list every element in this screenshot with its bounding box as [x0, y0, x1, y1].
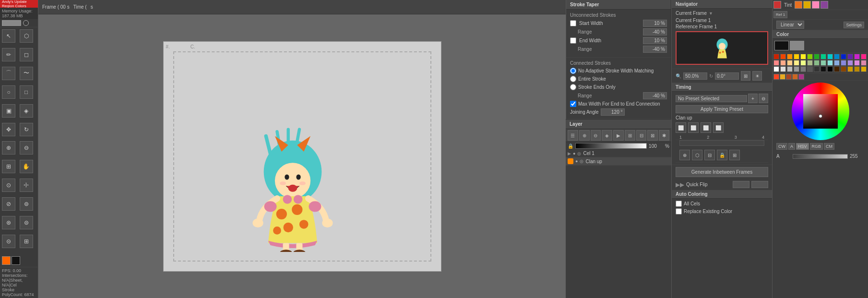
palette-cell-7[interactable] [820, 54, 826, 60]
tool-eraser[interactable]: ◻ [20, 48, 33, 61]
palette-cell-24[interactable] [841, 60, 846, 66]
extra-swatch-1[interactable] [773, 74, 779, 80]
palette-cell-14[interactable] [773, 60, 779, 66]
palette-cell-13[interactable] [861, 54, 867, 60]
quick-flip-fps[interactable]: 12 fps [751, 181, 768, 188]
layer-icon-btn-3[interactable]: ⊟ [704, 150, 715, 160]
fg-color-swatch[interactable] [2, 256, 11, 265]
end-width-value[interactable]: 10 % [643, 37, 667, 44]
range3-value[interactable]: -40 % [643, 92, 667, 99]
layer-btn-6[interactable]: ⊞ [625, 130, 635, 141]
alpha-track[interactable] [793, 154, 848, 159]
range2-value[interactable]: -40 % [643, 46, 667, 53]
all-cels-checkbox[interactable] [676, 201, 682, 207]
tool-extra3[interactable]: ⊛ [2, 216, 15, 229]
timing-icon-1[interactable]: + [748, 94, 758, 103]
clan-btn-1[interactable]: ⬜ [676, 122, 686, 133]
tool-curve[interactable]: ⌒ [2, 67, 15, 80]
no-adaptive-radio[interactable] [570, 68, 576, 74]
canvas-inner[interactable]: #. C. [163, 41, 441, 272]
tool-search[interactable]: ⊙ [2, 179, 15, 192]
layer-icon-btn-2[interactable]: ⬡ [692, 150, 702, 160]
top-swatch-4[interactable] [812, 1, 820, 9]
frame-num-track[interactable] [679, 140, 764, 146]
quick-flip-fr[interactable]: 3 fr [733, 181, 749, 188]
range1-value[interactable]: -40 % [643, 28, 667, 36]
palette-cell-37[interactable] [834, 66, 840, 72]
palette-cell-5[interactable] [807, 54, 813, 60]
layer-btn-1[interactable]: ☰ [568, 130, 578, 141]
tool-extra1[interactable]: ⊘ [2, 197, 15, 211]
tool-pan[interactable]: ☩ [20, 179, 33, 192]
tool-pointer[interactable]: ↖ [2, 29, 15, 43]
extra-swatch-4[interactable] [792, 74, 798, 80]
timing-icon-2[interactable]: ⊖ [759, 94, 768, 103]
circle-btn[interactable] [23, 20, 29, 26]
layer-row-clanup[interactable]: ● ◎ Clan up [566, 157, 671, 166]
palette-cell-32[interactable] [800, 66, 806, 72]
layer-btn-5[interactable]: ▶ [613, 130, 624, 141]
tool-eyedrop[interactable]: ◈ [20, 104, 33, 118]
start-width-checkbox[interactable] [570, 20, 576, 26]
layer-btn-4[interactable]: ◈ [602, 130, 612, 141]
mode-btn-a[interactable]: A [788, 143, 795, 150]
tool-extra5[interactable]: ⊝ [2, 235, 15, 248]
bg-color-main[interactable] [790, 41, 804, 50]
palette-cell-26[interactable] [854, 60, 860, 66]
tool-extra2[interactable]: ⊚ [20, 197, 33, 211]
top-swatch-1[interactable] [773, 1, 781, 9]
layer-row-cel1[interactable]: ▶ ● ◎ Cel 1 [566, 150, 671, 157]
palette-cell-34[interactable] [814, 66, 820, 72]
layer-btn-9[interactable]: ✱ [659, 130, 669, 141]
tool-fill[interactable]: ▣ [2, 104, 15, 118]
mode-btn-cm[interactable]: CM [824, 143, 834, 150]
palette-cell-29[interactable] [780, 66, 786, 72]
replace-color-checkbox[interactable] [676, 208, 682, 215]
clan-btn-2[interactable]: ⬜ [688, 122, 699, 133]
mode-btn-hsv[interactable]: HSV [796, 143, 809, 150]
generate-btn[interactable]: Generate Inbetween Frames [676, 167, 768, 177]
color-wheel[interactable] [792, 83, 849, 140]
end-width-checkbox[interactable] [570, 37, 576, 44]
start-width-value[interactable]: 10 % [643, 20, 667, 27]
layer-btn-3[interactable]: ⊖ [591, 130, 601, 141]
palette-cell-12[interactable] [854, 54, 860, 60]
tool-rect[interactable]: □ [20, 85, 33, 99]
tool-pencil[interactable]: ✏ [2, 48, 15, 61]
tool-zoom[interactable]: ⊕ [2, 141, 15, 155]
mode-btn-rgb[interactable]: RGB [810, 143, 823, 150]
nav-icon-btn-2[interactable]: ☀ [752, 71, 762, 81]
tool-extra4[interactable]: ⊜ [20, 216, 33, 229]
layer-btn-8[interactable]: ⊠ [647, 130, 658, 141]
linear-select[interactable]: Linear [776, 21, 804, 29]
layer-icon-btn-1[interactable]: ⊕ [679, 150, 690, 160]
palette-cell-36[interactable] [827, 66, 833, 72]
nav-icon-btn-1[interactable]: ⊞ [741, 71, 750, 81]
palette-cell-10[interactable] [841, 54, 846, 60]
palette-cell-16[interactable] [787, 60, 793, 66]
stroke-ends-radio[interactable] [570, 84, 576, 90]
fg-color-main[interactable] [774, 41, 789, 50]
color-square[interactable] [803, 94, 838, 129]
clan-btn-3[interactable]: ⬜ [701, 122, 711, 133]
palette-cell-35[interactable] [820, 66, 826, 72]
palette-cell-20[interactable] [814, 60, 820, 66]
palette-cell-15[interactable] [780, 60, 786, 66]
tool-circle[interactable]: ○ [2, 85, 15, 99]
settings-btn[interactable]: Settings [844, 22, 864, 28]
apply-timing-btn[interactable]: Apply Timing Preset [676, 105, 768, 113]
palette-cell-6[interactable] [814, 54, 820, 60]
palette-cell-41[interactable] [861, 66, 867, 72]
tool-zoom-out[interactable]: ⊖ [20, 141, 33, 155]
top-swatch-3[interactable] [803, 1, 811, 9]
layer-icon-btn-5[interactable]: ⊞ [729, 150, 740, 160]
palette-cell-21[interactable] [820, 60, 826, 66]
top-swatch-2[interactable] [795, 1, 802, 9]
palette-cell-27[interactable] [861, 60, 867, 66]
extra-swatch-5[interactable] [798, 74, 804, 80]
tool-select-move[interactable]: ✥ [2, 123, 15, 136]
palette-cell-1[interactable] [780, 54, 786, 60]
palette-cell-39[interactable] [847, 66, 853, 72]
top-swatch-5[interactable] [820, 1, 828, 9]
palette-cell-40[interactable] [854, 66, 860, 72]
